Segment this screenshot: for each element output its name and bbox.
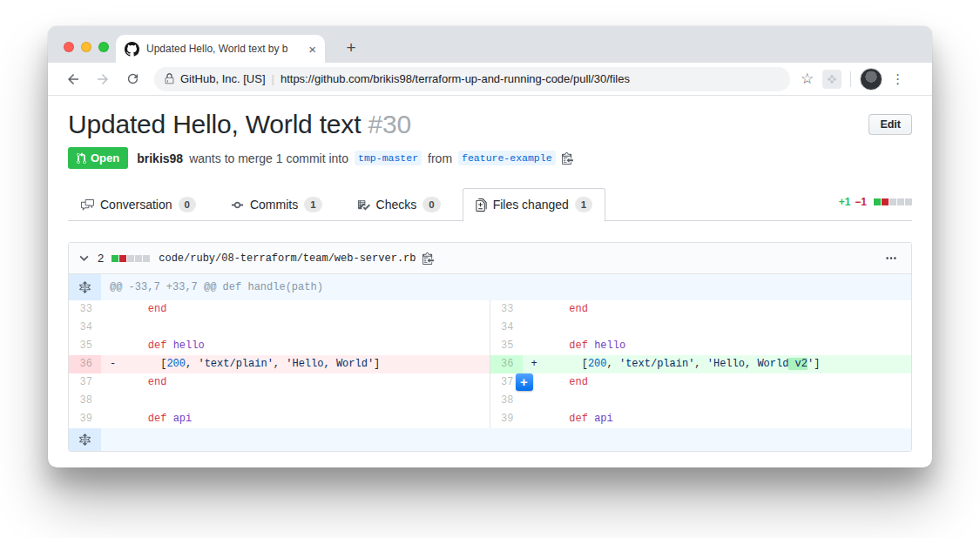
- pr-state-badge: Open: [68, 147, 128, 169]
- line-number-right-36[interactable]: 36: [490, 355, 523, 373]
- unfold-icon: [79, 434, 91, 447]
- diff-code-left-36: - [200, 'text/plain', 'Hello, World']: [101, 355, 490, 373]
- diff-code-right-37: end+: [523, 373, 912, 392]
- browser-tab[interactable]: Updated Hello, World text by b ×: [116, 35, 325, 63]
- line-number-left-34[interactable]: 34: [69, 319, 101, 337]
- tab-conversation-label: Conversation: [100, 198, 172, 212]
- copy-path-button[interactable]: [422, 252, 434, 265]
- line-number-right-38[interactable]: 38: [490, 392, 523, 410]
- diffstat-block-red: [119, 255, 126, 262]
- line-number-left-36[interactable]: 36: [69, 355, 101, 373]
- tab-conversation[interactable]: Conversation 0: [68, 188, 209, 222]
- pr-title: Updated Hello, World text #30: [68, 110, 912, 139]
- forward-icon[interactable]: [92, 69, 113, 90]
- browser-tab-strip: Updated Hello, World text by b × +: [48, 26, 932, 63]
- browser-menu-icon[interactable]: ⋮: [891, 71, 904, 87]
- diffstat-block-gray: [897, 198, 904, 205]
- url-text[interactable]: https://github.com/brikis98/terraform-up…: [280, 72, 630, 85]
- line-number-left-38[interactable]: 38: [69, 392, 101, 410]
- code-token: api: [594, 413, 613, 425]
- line-number-left-37[interactable]: 37: [69, 373, 101, 392]
- code-token: [: [123, 358, 166, 370]
- diffstat-deletions: −1: [855, 196, 867, 208]
- code-token: 200: [166, 358, 186, 370]
- code-token: [123, 376, 148, 388]
- split-diff: @@ -33,7 +33,7 @@ def handle(path) 33 en…: [69, 274, 911, 428]
- tab-commits-label: Commits: [250, 198, 298, 212]
- pr-number: #30: [368, 110, 410, 138]
- minimize-window-button[interactable]: [81, 42, 91, 52]
- close-window-button[interactable]: [64, 42, 74, 52]
- toolbar-actions: ☆ ⋮: [801, 68, 904, 91]
- diff-marker: [531, 373, 544, 392]
- diff-code-right-38: [523, 392, 912, 410]
- chevron-down-icon: [79, 255, 89, 261]
- clippy-icon: [422, 252, 434, 265]
- zoom-window-button[interactable]: [98, 42, 109, 52]
- collapse-file-button[interactable]: [78, 255, 91, 261]
- line-number-left-33[interactable]: 33: [69, 300, 101, 319]
- add-line-comment-button[interactable]: +: [516, 373, 533, 391]
- diffstat-block-red: [882, 198, 889, 205]
- lock-icon[interactable]: [165, 73, 174, 84]
- extension-icon[interactable]: [822, 70, 841, 89]
- bookmark-star-icon[interactable]: ☆: [801, 70, 814, 88]
- security-chip[interactable]: GitHub, Inc. [US]: [180, 72, 266, 85]
- tab-title: Updated Hello, World text by b: [146, 43, 301, 55]
- new-tab-button[interactable]: +: [339, 37, 363, 61]
- line-number-right-35[interactable]: 35: [490, 337, 523, 355]
- comment-discussion-icon: [81, 198, 94, 212]
- pr-tabs: Conversation 0 Commits 1 Checks 0 Files …: [68, 186, 912, 221]
- diff-code-left-38: [101, 392, 490, 410]
- tab-checks[interactable]: Checks 0: [344, 188, 454, 222]
- address-bar[interactable]: GitHub, Inc. [US] | https://github.com/b…: [154, 67, 790, 91]
- file-menu-button[interactable]: [885, 252, 902, 265]
- diff-marker: [110, 373, 123, 392]
- diffstat[interactable]: +1 −1: [839, 196, 912, 208]
- github-pr-page: Updated Hello, World text #30 Edit Open …: [48, 96, 932, 452]
- file-diff-box: 2 code/ruby/08-terraform/team/web-server…: [68, 242, 912, 452]
- line-number-right-34[interactable]: 34: [490, 319, 523, 337]
- line-number-right-39[interactable]: 39: [490, 410, 523, 428]
- code-token: def: [569, 340, 588, 352]
- tab-commits[interactable]: Commits 1: [218, 188, 335, 222]
- diffstat-blocks: [873, 196, 912, 208]
- back-icon[interactable]: [63, 69, 84, 90]
- code-token: [123, 413, 148, 425]
- code-token: [123, 303, 148, 315]
- diff-code-right-36: + [200, 'text/plain', 'Hello, World v2']: [523, 355, 912, 373]
- diff-marker: [110, 337, 123, 355]
- reload-icon[interactable]: [122, 69, 143, 90]
- diff-bottom-expander: [69, 428, 911, 451]
- line-number-left-35[interactable]: 35: [69, 337, 101, 355]
- line-number-right-33[interactable]: 33: [490, 300, 523, 319]
- tab-close-icon[interactable]: ×: [308, 43, 316, 56]
- diff-code-right-35: def hello: [523, 337, 912, 355]
- copy-branch-icon[interactable]: [562, 151, 573, 165]
- diffstat-additions: +1: [839, 196, 851, 208]
- code-token: [: [544, 358, 588, 370]
- profile-avatar[interactable]: [860, 68, 882, 91]
- code-token: 'text/plain': [198, 358, 273, 370]
- line-number-left-39[interactable]: 39: [69, 410, 101, 428]
- diffstat-block-gray: [143, 255, 150, 262]
- pr-title-row: Updated Hello, World text #30 Edit: [68, 110, 912, 139]
- code-token: ,: [274, 358, 286, 370]
- diff-code-left-37: end: [101, 373, 490, 392]
- edit-button[interactable]: Edit: [868, 114, 912, 135]
- diff-marker: [531, 392, 544, 410]
- code-token: ]: [374, 358, 380, 370]
- diff-marker: [110, 410, 123, 428]
- expand-below-button[interactable]: [69, 428, 101, 451]
- tab-checks-count: 0: [422, 197, 440, 212]
- file-diffstat-blocks: [111, 255, 150, 262]
- diff-marker: [110, 392, 123, 410]
- code-token: ]: [814, 358, 820, 370]
- tab-files-changed-label: Files changed: [493, 198, 569, 212]
- pr-author-link[interactable]: brikis98: [137, 151, 183, 165]
- expand-hunk-button[interactable]: [69, 274, 101, 300]
- pr-from-text: from: [428, 151, 452, 165]
- code-token: [166, 413, 172, 425]
- base-branch-label: tmp-master: [355, 151, 422, 165]
- tab-files-changed[interactable]: Files changed 1: [463, 188, 606, 222]
